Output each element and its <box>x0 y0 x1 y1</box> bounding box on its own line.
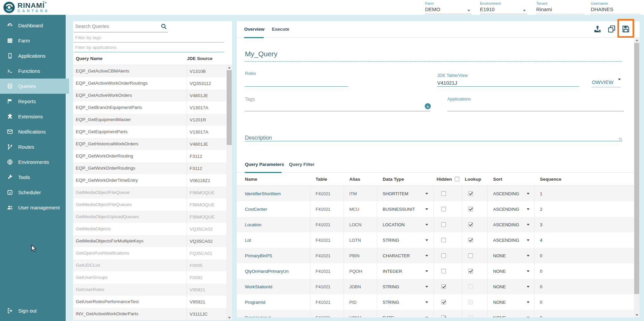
query-list-row[interactable]: EQP_GetBranchEquipmentParts V13017A <box>73 101 226 114</box>
resize-handle[interactable] <box>619 138 622 141</box>
query-list-row[interactable]: INV_GetActiveWorkOrderParts V3111JC <box>73 308 226 320</box>
parameter-row[interactable]: DateUpdated F41021 UPMJ DATE NONE 0 <box>237 310 634 317</box>
scroll-up-icon[interactable] <box>226 65 232 70</box>
sort-select[interactable]: NONE <box>493 253 531 258</box>
tab-execute[interactable]: Execute <box>272 27 289 32</box>
data-type-select[interactable]: LOCATION <box>383 222 429 227</box>
data-type-select[interactable]: INTEGER <box>383 269 429 274</box>
hidden-checkbox[interactable] <box>441 300 446 304</box>
sidebar-item-environments[interactable]: Environments <box>0 154 66 170</box>
parameter-row[interactable]: WorkStationId F41021 JOBN STRING NONE 0 <box>237 279 634 294</box>
tab-overview[interactable]: Overview <box>244 27 264 32</box>
sidebar-item-tools[interactable]: Tools <box>0 170 66 185</box>
copy-icon[interactable] <box>607 25 616 33</box>
query-name-title[interactable]: My_Query <box>245 50 622 62</box>
sort-select[interactable]: ASCENDING <box>493 191 531 196</box>
scroll-down-icon[interactable] <box>226 315 232 320</box>
query-list-row[interactable]: EQP_GetEquipmentMaster V1201R <box>73 114 226 126</box>
filter-by-applications-input[interactable] <box>74 42 224 52</box>
lookup-checkbox[interactable] <box>468 253 473 258</box>
data-type-select[interactable]: STRING <box>383 284 429 289</box>
roles-field[interactable]: Roles <box>245 70 348 87</box>
tags-field[interactable]: Tags + <box>245 96 430 111</box>
sidebar-item-routes[interactable]: Routes <box>0 139 66 154</box>
tab-query-filter[interactable]: Query Filter <box>289 162 315 167</box>
query-list-row[interactable]: GetMediaObjectFileQueues F98MOQUE <box>73 199 226 211</box>
parameter-row[interactable]: QtyOnHandPrimaryUn F41021 PQOH INTEGER N… <box>237 263 634 279</box>
sidebar-item-queries[interactable]: Queries <box>0 79 69 94</box>
description-field[interactable]: Description <box>245 135 622 141</box>
sidebar-item-applications[interactable]: Applications <box>0 48 66 63</box>
tab-query-parameters[interactable]: Query Parameters <box>245 162 284 167</box>
query-list-row[interactable]: GetOpenPushNotifications FQ35CA01 <box>73 247 226 259</box>
query-list-row[interactable]: GetMediaObjects VQ35CA02 <box>73 223 226 235</box>
query-list-row[interactable]: EQP_GetEquipmentParts V13017A <box>73 126 226 138</box>
query-list-row[interactable]: GetMediaObjectFileQueue F98MOQUE <box>73 186 226 199</box>
parameter-row[interactable]: Location F41021 LOCN LOCATION ASCENDING … <box>237 217 634 232</box>
query-list-row[interactable]: EQP_GetHistoricalWorkOrders V4801JE <box>73 138 226 150</box>
query-name-column-header[interactable]: Query Name <box>73 56 187 61</box>
data-type-select[interactable]: STRING <box>383 300 429 305</box>
data-type-select[interactable]: CHARACTER <box>383 253 429 258</box>
query-list-row[interactable]: EQP_GetWorkOrderTimeEntry V06116Z1 <box>73 174 226 186</box>
sort-select[interactable]: NONE <box>493 284 531 289</box>
sidebar-item-farm[interactable]: Farm <box>0 33 66 48</box>
parameter-row[interactable]: IdentifierShortItem F41021 ITM SHORTITEM… <box>237 186 634 201</box>
detail-scrollbar[interactable] <box>634 38 640 317</box>
hidden-checkbox[interactable] <box>441 238 446 242</box>
data-type-select[interactable]: DATE <box>383 315 429 318</box>
lookup-checkbox[interactable] <box>468 191 473 196</box>
query-list-row[interactable]: EQP_GetWorkOrderRouting F3112 <box>73 150 226 162</box>
scroll-up-icon[interactable] <box>634 38 640 42</box>
query-list-row[interactable]: EQP_GetActiveCBMAlerts V1310B <box>73 65 226 77</box>
sort-select[interactable]: NONE <box>493 300 531 305</box>
sidebar-item-extensions[interactable]: Extensions <box>0 109 66 124</box>
jde-table-view-field[interactable]: JDE Table/View V41021J <box>437 72 579 87</box>
sort-select[interactable]: NONE <box>493 269 531 274</box>
parameter-row[interactable]: PrimaryBinPS F41021 PBIN CHARACTER NONE … <box>237 248 634 263</box>
query-list-row[interactable]: EQP_GetActiveWorkOrders V4801JE <box>73 89 226 101</box>
sidebar-item-functions[interactable]: Functions <box>0 63 66 79</box>
hidden-checkbox[interactable] <box>441 315 446 317</box>
tenant-field[interactable]: Tenant Rinami <box>536 1 584 14</box>
sidebar-item-reports[interactable]: Reports <box>0 94 66 109</box>
hidden-checkbox[interactable] <box>441 191 446 196</box>
lookup-checkbox[interactable] <box>468 222 473 227</box>
sort-select[interactable]: ASCENDING <box>493 222 531 227</box>
sort-select[interactable]: ASCENDING <box>493 238 531 243</box>
sidebar-item-sign-out[interactable]: Sign out <box>0 303 66 318</box>
lookup-checkbox[interactable] <box>468 284 473 289</box>
hidden-all-checkbox[interactable] <box>455 177 459 181</box>
sidebar-item-scheduler[interactable]: Scheduler <box>0 185 66 200</box>
parameter-row[interactable]: Lot F41021 LOTN STRING ASCENDING 4 <box>237 232 634 248</box>
parameter-row[interactable]: CostCenter F41021 MCU BUSINESSUNIT ASCEN… <box>237 201 634 217</box>
farm-select[interactable]: Farm DEMO <box>425 1 472 14</box>
lookup-checkbox[interactable] <box>468 238 473 242</box>
query-list-row[interactable]: GetMediaObjectUploadQueues F98MOQUE <box>73 211 226 223</box>
sort-select[interactable]: ASCENDING <box>493 207 531 212</box>
query-list-row[interactable]: GetUDCList F0005 <box>73 259 226 271</box>
view-type-select[interactable]: OWVIEW <box>592 79 621 87</box>
hidden-checkbox[interactable] <box>441 269 446 273</box>
sidebar-item-notifications[interactable]: Notifications <box>0 124 66 139</box>
data-type-select[interactable]: STRING <box>383 238 429 243</box>
sidebar-item-user-management[interactable]: User management <box>0 200 66 215</box>
lookup-checkbox[interactable] <box>468 315 473 317</box>
sort-select[interactable]: NONE <box>493 315 531 318</box>
query-list-row[interactable]: GetUserRoles V95921 <box>73 284 226 296</box>
username-field[interactable]: Username DHAINES <box>591 1 640 14</box>
query-list-row[interactable]: GetUserGroups F0092 <box>73 271 226 284</box>
search-input[interactable] <box>74 21 156 31</box>
hidden-checkbox[interactable] <box>441 207 446 211</box>
search-icon[interactable] <box>160 23 167 30</box>
hidden-checkbox[interactable] <box>441 284 446 289</box>
lookup-checkbox[interactable] <box>468 269 473 273</box>
add-tag-icon[interactable]: + <box>425 103 431 109</box>
hidden-checkbox[interactable] <box>441 253 446 258</box>
scrollbar-thumb[interactable] <box>634 43 639 294</box>
environment-select[interactable]: Environment E1910 <box>480 1 527 14</box>
data-type-select[interactable]: SHORTITEM <box>383 191 429 196</box>
applications-field[interactable]: Applications <box>447 96 624 111</box>
data-type-select[interactable]: BUSINESSUNIT <box>383 207 429 212</box>
upload-icon[interactable] <box>593 25 602 33</box>
